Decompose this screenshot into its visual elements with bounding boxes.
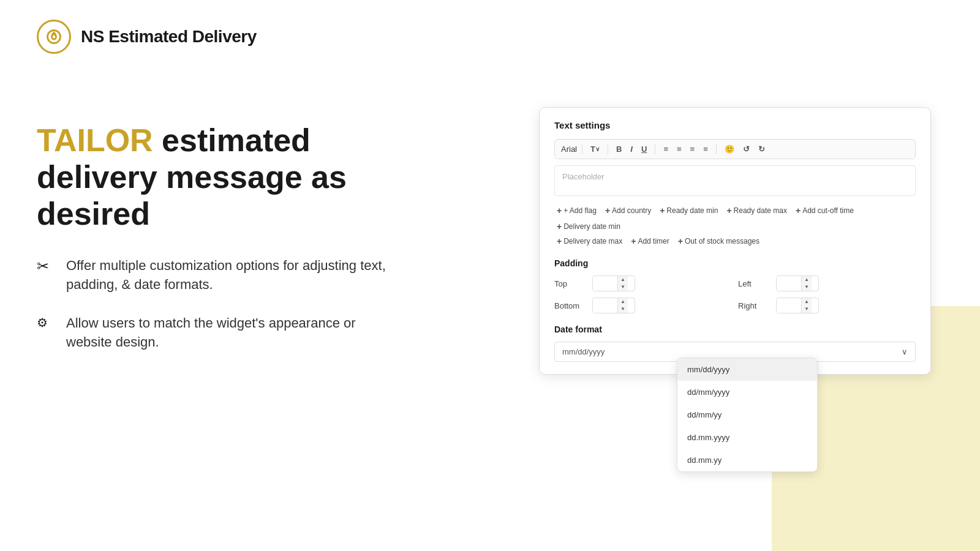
top-value[interactable]: 20 (593, 277, 617, 291)
font-selector[interactable]: Arial (561, 144, 582, 154)
card-title: Text settings (554, 120, 916, 130)
formatting-toolbar: Arial T ∨ B I U ≡ ≡ ≡ ≡ 🙂 ↺ ↻ (554, 139, 916, 159)
divider-1 (608, 144, 608, 154)
italic-btn[interactable]: I (627, 143, 636, 155)
text-area[interactable]: Placeholder (554, 165, 916, 196)
feature-text-1: Offer multiple customization options for… (66, 257, 392, 294)
text-size-btn[interactable]: T ∨ (587, 143, 603, 155)
text-settings-card: Text settings Arial T ∨ B I U ≡ ≡ ≡ ≡ 🙂 … (539, 107, 931, 375)
ui-panel: Text settings Arial T ∨ B I U ≡ ≡ ≡ ≡ 🙂 … (539, 107, 931, 375)
date-format-container: mm/dd/yyyy ∨ mm/dd/yyyy dd/mm/yyyy dd/mm… (554, 342, 916, 362)
date-option-2[interactable]: dd/mm/yy (677, 403, 817, 426)
top-spinner: ▲ ▼ (617, 276, 628, 291)
delivery-date-min-btn[interactable]: + Delivery date min (554, 220, 623, 233)
underline-btn[interactable]: U (638, 143, 650, 155)
right-value[interactable]: 20 (777, 299, 801, 313)
ready-date-max-btn[interactable]: + Ready date max (724, 204, 790, 217)
left-down[interactable]: ▼ (802, 283, 812, 291)
date-option-3[interactable]: dd.mm.yyyy (677, 426, 817, 449)
align-justify-btn[interactable]: ≡ (700, 143, 711, 155)
right-spinner: ▲ ▼ (801, 298, 812, 313)
feature-text-2: Allow users to match the widget's appear… (66, 314, 392, 352)
padding-left-row: Left 20 ▲ ▼ (738, 276, 916, 291)
bottom-down[interactable]: ▼ (618, 305, 628, 313)
left-panel: TAILOR estimated delivery message as des… (37, 122, 392, 352)
date-option-1[interactable]: dd/mm/yyyy (677, 381, 817, 403)
feature-item-2: ⚙ Allow users to match the widget's appe… (37, 314, 392, 352)
ready-date-min-btn[interactable]: + Ready date min (657, 204, 720, 217)
emoji-btn[interactable]: 🙂 (722, 143, 737, 155)
top-up[interactable]: ▲ (618, 276, 628, 283)
add-timer-btn[interactable]: + Add timer (628, 235, 672, 247)
right-down[interactable]: ▼ (802, 305, 812, 313)
align-right-btn[interactable]: ≡ (687, 143, 698, 155)
header: NS Estimated Delivery (0, 0, 980, 73)
tag-row-2: + Delivery date max + Add timer + Out of… (554, 235, 916, 247)
left-label: Left (738, 279, 769, 288)
undo-btn[interactable]: ↺ (740, 143, 753, 155)
chevron-down-icon: ∨ (902, 347, 908, 356)
date-option-0[interactable]: mm/dd/yyyy (677, 358, 817, 381)
bottom-input[interactable]: 20 ▲ ▼ (592, 298, 635, 313)
date-format-value: mm/dd/yyyy (562, 347, 605, 356)
logo (37, 20, 71, 54)
padding-section-label: Padding (554, 258, 916, 268)
padding-top-row: Top 20 ▲ ▼ (554, 276, 732, 291)
date-format-section-label: Date format (554, 324, 916, 334)
right-input[interactable]: 20 ▲ ▼ (776, 298, 819, 313)
padding-bottom-row: Bottom 20 ▲ ▼ (554, 298, 732, 313)
right-up[interactable]: ▲ (802, 298, 812, 305)
date-option-4[interactable]: dd.mm.yy (677, 449, 817, 471)
tag-row-1: + + Add flag + Add country + Ready date … (554, 204, 916, 233)
bottom-value[interactable]: 20 (593, 299, 617, 313)
bottom-up[interactable]: ▲ (618, 298, 628, 305)
date-format-dropdown: mm/dd/yyyy dd/mm/yyyy dd/mm/yy dd.mm.yyy… (677, 358, 818, 472)
left-input[interactable]: 20 ▲ ▼ (776, 276, 819, 291)
padding-right-row: Right 20 ▲ ▼ (738, 298, 916, 313)
add-flag-btn[interactable]: + + Add flag (554, 204, 599, 217)
headline-highlight: TAILOR (37, 122, 153, 158)
bottom-spinner: ▲ ▼ (617, 298, 628, 313)
feature-item-1: ✂ Offer multiple customization options f… (37, 257, 392, 294)
divider-3 (716, 144, 717, 154)
out-of-stock-btn[interactable]: + Out of stock messages (676, 235, 762, 247)
design-icon: ⚙ (37, 315, 54, 330)
placeholder-text: Placeholder (562, 172, 605, 181)
padding-grid: Top 20 ▲ ▼ Left 20 ▲ ▼ (554, 276, 916, 313)
delivery-date-max-btn[interactable]: + Delivery date max (554, 235, 625, 247)
redo-btn[interactable]: ↻ (755, 143, 768, 155)
headline: TAILOR estimated delivery message as des… (37, 122, 392, 232)
features-list: ✂ Offer multiple customization options f… (37, 257, 392, 351)
app-title: NS Estimated Delivery (81, 27, 257, 47)
left-value[interactable]: 20 (777, 277, 801, 291)
align-left-btn[interactable]: ≡ (660, 143, 671, 155)
divider-2 (655, 144, 655, 154)
add-country-btn[interactable]: + Add country (603, 204, 654, 217)
customize-icon: ✂ (37, 258, 54, 275)
align-center-btn[interactable]: ≡ (674, 143, 685, 155)
bold-btn[interactable]: B (613, 143, 625, 155)
top-down[interactable]: ▼ (618, 283, 628, 291)
right-label: Right (738, 301, 769, 310)
logo-icon (45, 28, 62, 45)
left-up[interactable]: ▲ (802, 276, 812, 283)
left-spinner: ▲ ▼ (801, 276, 812, 291)
top-label: Top (554, 279, 585, 288)
add-cutoff-btn[interactable]: + Add cut-off time (793, 204, 856, 217)
top-input[interactable]: 20 ▲ ▼ (592, 276, 635, 291)
bottom-label: Bottom (554, 301, 585, 310)
